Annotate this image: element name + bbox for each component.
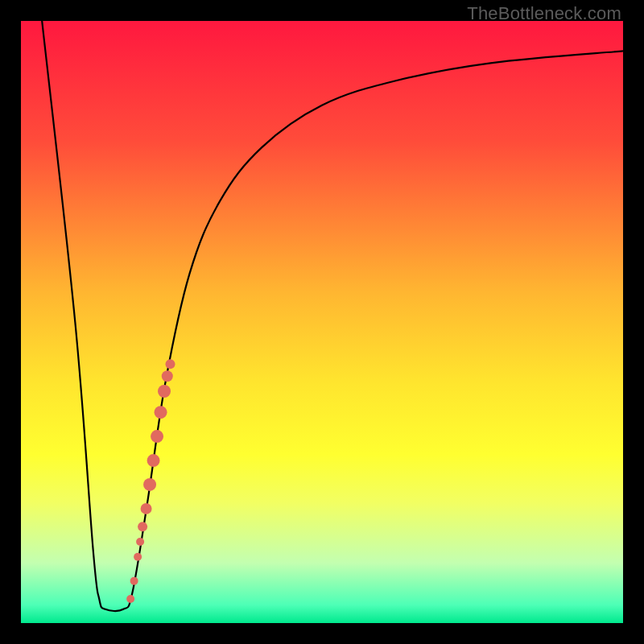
data-point (141, 503, 152, 514)
data-point (126, 595, 134, 603)
data-point (136, 538, 144, 546)
chart-plot (21, 21, 623, 623)
data-point (138, 522, 147, 531)
watermark-text: TheBottleneck.com (467, 3, 621, 24)
data-point (130, 577, 138, 585)
data-point (162, 370, 173, 382)
chart-background (21, 21, 623, 623)
data-point (143, 478, 156, 491)
data-point (158, 385, 171, 398)
data-point (151, 430, 163, 443)
data-point (155, 406, 167, 419)
data-point (147, 454, 160, 467)
data-point (166, 359, 175, 369)
data-point (134, 553, 142, 561)
chart-container: TheBottleneck.com (0, 0, 644, 644)
